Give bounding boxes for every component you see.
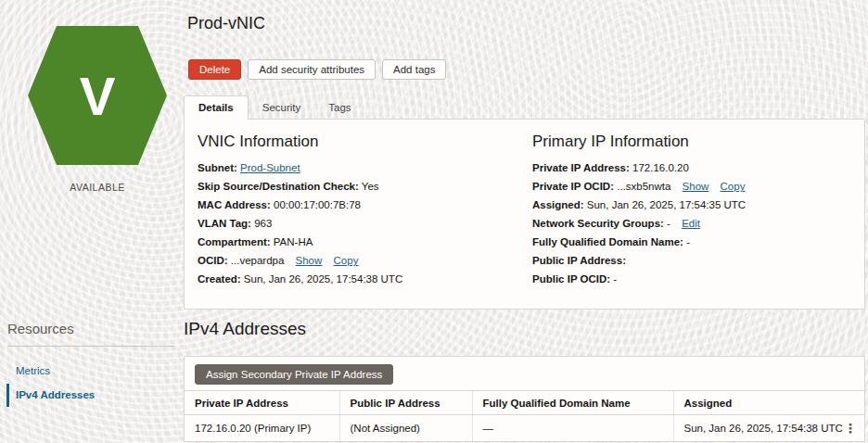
primary-ip-section: Primary IP Information Private IP Addres… [532, 133, 746, 292]
field-private-ip: Private IP Address: 172.16.0.20 [532, 162, 746, 173]
field-private-ip-ocid: Private IP OCID: ...sxb5nwta Show Copy [532, 181, 746, 192]
vnic-information-heading: VNIC Information [198, 133, 402, 151]
field-nsg: Network Security Groups: - Edit [532, 218, 746, 229]
column-header-private-ip: Private IP Address [185, 391, 339, 415]
field-ocid: OCID: ...vepardpa Show Copy [198, 255, 402, 266]
resources-divider [7, 346, 174, 347]
resource-type-letter: V [80, 66, 116, 126]
field-compartment: Compartment: PAN-HA [198, 236, 402, 247]
primary-ip-heading: Primary IP Information [532, 133, 746, 151]
field-mac-address: MAC Address: 00:00:17:00:7B:78 [198, 199, 402, 210]
add-security-attributes-button[interactable]: Add security attributes [248, 59, 376, 80]
field-fqdn: Fully Qualified Domain Name: - [532, 236, 746, 247]
field-skip-check: Skip Source/Destination Check: Yes [198, 181, 402, 192]
tab-tags[interactable]: Tags [314, 96, 364, 120]
row-actions-kebab-icon[interactable]: ⋮ [844, 422, 857, 435]
field-created: Created: Sun, Jan 26, 2025, 17:54:38 UTC [198, 273, 402, 285]
cell-assigned: Sun, Jan 26, 2025, 17:54:38 UTC [684, 423, 843, 434]
column-header-assigned: Assigned [673, 391, 864, 415]
ocid-copy-link[interactable]: Copy [334, 255, 359, 266]
ocid-show-link[interactable]: Show [296, 255, 323, 266]
table-header-row: Private IP Address Public IP Address Ful… [185, 391, 864, 415]
ipv4-addresses-heading: IPv4 Addresses [184, 319, 306, 339]
resources-heading: Resources [7, 321, 74, 336]
field-public-ip: Public IP Address: [532, 255, 746, 266]
private-ip-ocid-show-link[interactable]: Show [683, 181, 709, 192]
delete-button[interactable]: Delete [188, 59, 241, 80]
field-public-ip-ocid: Public IP OCID: - [532, 273, 746, 285]
sidebar-item-metrics[interactable]: Metrics [16, 365, 50, 376]
cell-public-ip: (Not Assigned) [339, 415, 472, 442]
tab-details[interactable]: Details [184, 95, 249, 120]
table-row: 172.16.0.20 (Primary IP) (Not Assigned) … [185, 415, 864, 442]
page-title: Prod-vNIC [187, 14, 265, 33]
sidebar-active-indicator [6, 384, 9, 407]
ipv4-addresses-table: Private IP Address Public IP Address Ful… [185, 390, 864, 442]
ipv4-addresses-panel: Assign Secondary Private IP Address Priv… [184, 356, 865, 442]
field-assigned: Assigned: Sun, Jan 26, 2025, 17:54:35 UT… [532, 199, 746, 210]
cell-fqdn: — [472, 415, 673, 442]
tab-security[interactable]: Security [249, 96, 315, 120]
hexagon-icon: V [28, 26, 167, 165]
tab-bar: Details Security Tags [184, 95, 365, 120]
column-header-public-ip: Public IP Address [339, 391, 472, 415]
private-ip-ocid-copy-link[interactable]: Copy [721, 181, 746, 192]
nsg-edit-link[interactable]: Edit [682, 218, 700, 229]
resource-status-hexagon: V [28, 26, 167, 165]
cell-private-ip: 172.16.0.20 (Primary IP) [185, 415, 339, 442]
add-tags-button[interactable]: Add tags [382, 59, 446, 80]
sidebar-item-ipv4-addresses[interactable]: IPv4 Addresses [16, 389, 95, 400]
action-buttons: Delete Add security attributes Add tags [188, 59, 446, 80]
status-badge: AVAILABLE [19, 182, 176, 193]
field-subnet: Subnet: Prod-Subnet [198, 162, 402, 173]
details-panel: VNIC Information Subnet: Prod-Subnet Ski… [184, 119, 865, 310]
vnic-information-section: VNIC Information Subnet: Prod-Subnet Ski… [198, 133, 402, 292]
field-vlan-tag: VLAN Tag: 963 [198, 218, 402, 229]
column-header-fqdn: Fully Qualified Domain Name [472, 391, 673, 415]
subnet-link[interactable]: Prod-Subnet [240, 162, 300, 173]
assign-secondary-ip-button[interactable]: Assign Secondary Private IP Address [195, 364, 393, 385]
